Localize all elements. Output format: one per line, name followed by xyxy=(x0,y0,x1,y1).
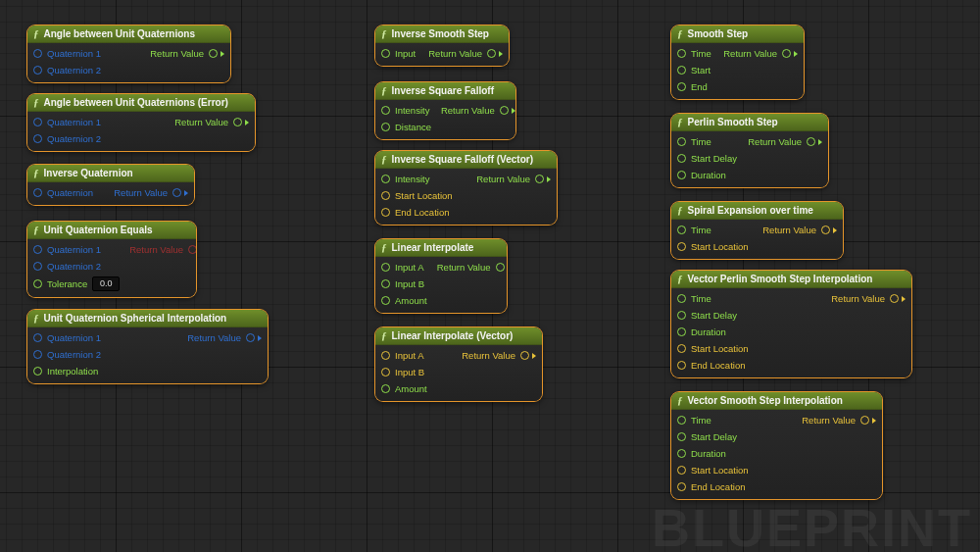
input-pin[interactable]: Time xyxy=(677,414,749,427)
output-pin[interactable]: Return Value xyxy=(437,261,507,274)
blueprint-node[interactable]: ƒSpiral Expansion over timeTimeStart Loc… xyxy=(671,202,843,259)
node-header[interactable]: ƒUnit Quaternion Spherical Interpolation xyxy=(27,310,268,327)
node-header[interactable]: ƒLinear Interpolate (Vector) xyxy=(375,327,542,345)
input-pin[interactable]: Start Location xyxy=(677,464,749,477)
blueprint-node[interactable]: ƒInverse QuaternionQuaternionReturn Valu… xyxy=(27,165,194,205)
node-header[interactable]: ƒInverse Quaternion xyxy=(27,165,194,182)
node-header[interactable]: ƒVector Perlin Smooth Step Interpolation xyxy=(671,271,911,288)
pin-label: Return Value xyxy=(150,47,204,60)
blueprint-node[interactable]: ƒVector Perlin Smooth Step Interpolation… xyxy=(671,271,911,377)
pin-socket-icon xyxy=(33,350,42,359)
input-pin[interactable]: Start Delay xyxy=(677,309,749,322)
node-header[interactable]: ƒAngle between Unit Quaternions xyxy=(27,25,230,43)
input-pin[interactable]: Input A xyxy=(381,261,427,274)
input-pin[interactable]: Input B xyxy=(381,277,427,290)
output-pin[interactable]: Return Value xyxy=(723,47,798,60)
node-header[interactable]: ƒInverse Smooth Step xyxy=(375,25,509,43)
pin-arrow-icon xyxy=(258,335,262,341)
input-pin[interactable]: Quaternion 2 xyxy=(33,348,101,361)
blueprint-graph[interactable]: { "watermark": "BLUEPRINT", "common": { … xyxy=(0,0,980,552)
blueprint-node[interactable]: ƒAngle between Unit QuaternionsQuaternio… xyxy=(27,25,230,82)
input-pin[interactable]: Intensity xyxy=(381,173,453,185)
input-pin[interactable]: Quaternion 1 xyxy=(33,116,101,128)
input-pin[interactable]: Start Location xyxy=(677,342,749,355)
pin-label: Quaternion xyxy=(47,186,93,199)
input-pin[interactable]: Quaternion 1 xyxy=(33,331,101,344)
input-pin[interactable]: Duration xyxy=(677,169,737,181)
input-pin[interactable]: Input A xyxy=(381,349,427,362)
blueprint-node[interactable]: ƒInverse Smooth StepInputReturn Value xyxy=(375,25,509,66)
output-pin[interactable]: Return Value xyxy=(441,104,515,117)
input-pin[interactable]: Quaternion 2 xyxy=(33,64,101,76)
pin-value-input[interactable]: 0.0 xyxy=(92,276,120,291)
input-pin[interactable]: Amount xyxy=(381,382,427,395)
output-pin[interactable]: Return Value xyxy=(187,331,262,344)
node-header[interactable]: ƒInverse Square Falloff (Vector) xyxy=(375,151,557,169)
blueprint-node[interactable]: ƒLinear InterpolateInput AInput BAmountR… xyxy=(375,239,507,313)
output-pin[interactable]: Return Value xyxy=(802,414,876,427)
blueprint-node[interactable]: ƒUnit Quaternion EqualsQuaternion 1Quate… xyxy=(27,222,196,297)
function-icon: ƒ xyxy=(677,117,683,127)
input-pin[interactable]: Quaternion 2 xyxy=(33,132,101,145)
pin-socket-icon xyxy=(535,175,544,183)
input-pin[interactable]: End Location xyxy=(677,480,749,493)
node-header[interactable]: ƒVector Smooth Step Interpolation xyxy=(671,392,882,410)
input-pin[interactable]: Start xyxy=(677,64,711,76)
pin-socket-icon xyxy=(381,384,390,393)
input-pin[interactable]: Input B xyxy=(381,366,427,378)
input-pin[interactable]: Time xyxy=(677,135,737,148)
output-pin[interactable]: Return Value xyxy=(129,243,196,256)
input-pin[interactable]: Time xyxy=(677,292,749,305)
blueprint-node[interactable]: ƒInverse Square Falloff (Vector)Intensit… xyxy=(375,151,557,225)
output-pin[interactable]: Return Value xyxy=(462,349,536,362)
input-pin[interactable]: Duration xyxy=(677,447,749,460)
input-pin[interactable]: Start Location xyxy=(677,240,749,253)
blueprint-node[interactable]: ƒSmooth StepTimeStartEndReturn Value xyxy=(671,25,804,99)
node-header[interactable]: ƒLinear Interpolate xyxy=(375,239,507,257)
blueprint-node[interactable]: ƒVector Smooth Step InterpolationTimeSta… xyxy=(671,392,882,499)
input-pin[interactable]: Time xyxy=(677,47,711,60)
input-pin[interactable]: Interpolation xyxy=(33,365,101,377)
output-pin[interactable]: Return Value xyxy=(150,47,224,60)
input-pin[interactable]: End Location xyxy=(677,359,749,372)
pin-label: Duration xyxy=(691,447,726,460)
node-header[interactable]: ƒSpiral Expansion over time xyxy=(671,202,843,220)
pin-label: Start Delay xyxy=(691,430,737,443)
output-pin[interactable]: Return Value xyxy=(748,135,822,148)
input-pin[interactable]: Tolerance0.0 xyxy=(33,276,120,291)
node-header[interactable]: ƒAngle between Unit Quaternions (Error) xyxy=(27,94,255,112)
input-pin[interactable]: End xyxy=(677,80,711,93)
pin-socket-icon xyxy=(496,263,505,272)
output-pin[interactable]: Return Value xyxy=(114,186,188,199)
input-pin[interactable]: Intensity xyxy=(381,104,431,117)
output-pin[interactable]: Return Value xyxy=(476,173,551,185)
output-pin[interactable]: Return Value xyxy=(428,47,503,60)
input-pin[interactable]: Input xyxy=(381,47,416,60)
input-pin[interactable]: End Location xyxy=(381,206,453,219)
node-header[interactable]: ƒSmooth Step xyxy=(671,25,804,43)
blueprint-node[interactable]: ƒInverse Square FalloffIntensityDistance… xyxy=(375,82,515,139)
input-pin[interactable]: Duration xyxy=(677,326,749,338)
input-pin[interactable]: Start Location xyxy=(381,189,453,202)
blueprint-node[interactable]: ƒLinear Interpolate (Vector)Input AInput… xyxy=(375,327,542,401)
pin-socket-icon xyxy=(381,106,390,115)
output-pin[interactable]: Return Value xyxy=(174,116,249,128)
input-pin[interactable]: Quaternion xyxy=(33,186,93,199)
input-pin[interactable]: Quaternion 1 xyxy=(33,243,120,256)
input-pin[interactable]: Amount xyxy=(381,294,427,307)
output-pin[interactable]: Return Value xyxy=(762,224,837,236)
blueprint-node[interactable]: ƒUnit Quaternion Spherical Interpolation… xyxy=(27,310,268,383)
input-pin[interactable]: Start Delay xyxy=(677,152,737,165)
node-header[interactable]: ƒInverse Square Falloff xyxy=(375,82,515,100)
input-pin[interactable]: Distance xyxy=(381,121,431,133)
output-pin[interactable]: Return Value xyxy=(831,292,906,305)
input-pin[interactable]: Quaternion 1 xyxy=(33,47,101,60)
node-header[interactable]: ƒUnit Quaternion Equals xyxy=(27,222,196,239)
pin-socket-icon xyxy=(677,416,686,425)
input-pin[interactable]: Quaternion 2 xyxy=(33,260,120,273)
blueprint-node[interactable]: ƒAngle between Unit Quaternions (Error)Q… xyxy=(27,94,255,151)
input-pin[interactable]: Start Delay xyxy=(677,430,749,443)
blueprint-node[interactable]: ƒPerlin Smooth StepTimeStart DelayDurati… xyxy=(671,114,828,187)
node-header[interactable]: ƒPerlin Smooth Step xyxy=(671,114,828,131)
input-pin[interactable]: Time xyxy=(677,224,749,236)
